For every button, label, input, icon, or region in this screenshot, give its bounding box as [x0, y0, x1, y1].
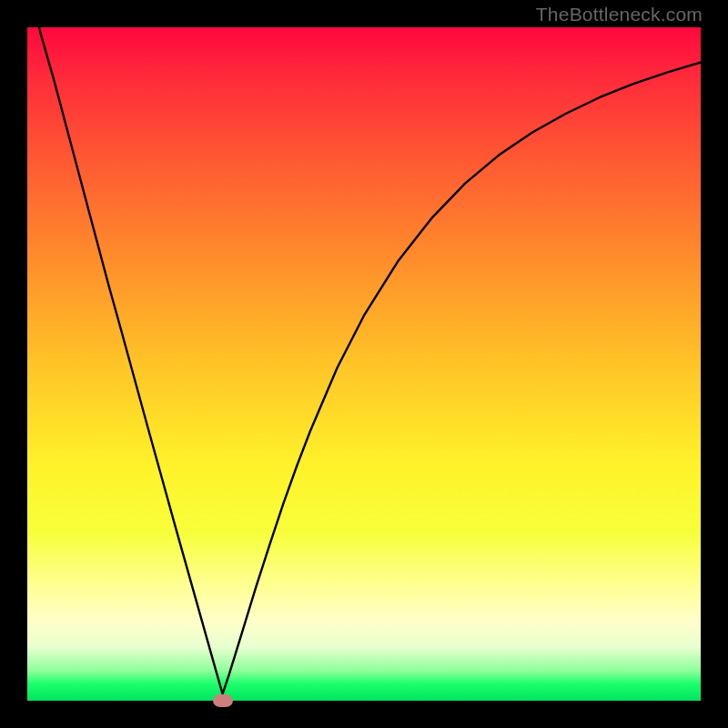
chart-plot-area	[27, 27, 701, 701]
bottleneck-curve	[27, 27, 701, 701]
chart-frame: TheBottleneck.com	[0, 0, 728, 728]
minimum-marker	[213, 694, 233, 707]
watermark-text: TheBottleneck.com	[536, 4, 703, 25]
